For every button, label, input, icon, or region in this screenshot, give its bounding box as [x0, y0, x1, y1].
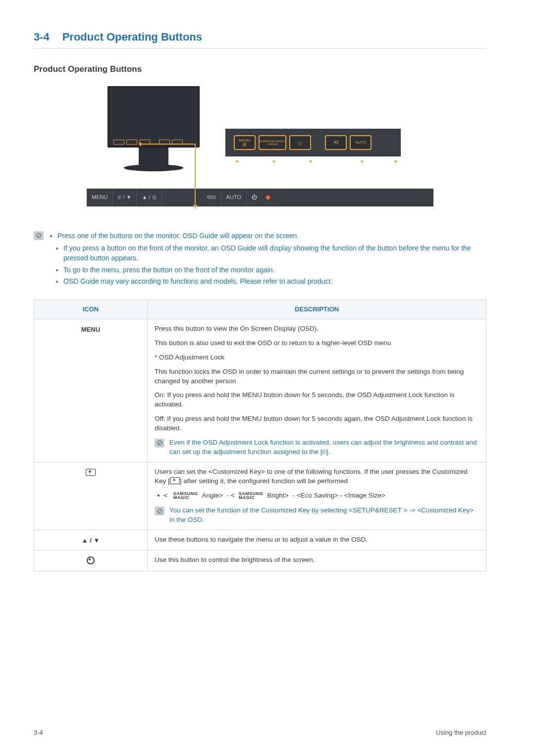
- footer-right: Using the product: [436, 728, 486, 737]
- monitor-illustration: [107, 86, 200, 148]
- button-description-table: ICON DESCRIPTION MENU Press this button …: [34, 300, 486, 571]
- info-bullet-4: OSD Guide may vary according to function…: [63, 277, 486, 287]
- table-header-desc: DESCRIPTION: [148, 300, 486, 319]
- brightness-target-icon: [87, 556, 95, 564]
- footer-left: 3-4: [34, 728, 43, 737]
- osd-btn-source: ⟲: [325, 135, 347, 150]
- icon-cell-nav: /: [34, 530, 148, 551]
- osd-btn-auto-label: AUTO: [355, 141, 366, 145]
- custom-p1: Users can set the <Customized Key> to on…: [155, 467, 479, 486]
- sun-icon: ☼: [297, 139, 304, 146]
- triangle-down-icon: [93, 537, 100, 544]
- nav-desc: Use these buttons to navigate the menu o…: [148, 530, 486, 551]
- table-row: MENU Press this button to view the On Sc…: [34, 319, 486, 462]
- custom-note: You can set the function of the Customiz…: [169, 506, 479, 525]
- menu-note: Even if the OSD Adjustment Lock function…: [169, 438, 479, 457]
- customized-key-icon: [170, 477, 180, 484]
- osd-btn-brightness: ☼: [289, 135, 311, 150]
- info-bullet-2: If you press a button on the front of th…: [63, 244, 486, 263]
- section-header: 3-4 Product Operating Buttons: [34, 30, 486, 49]
- note-icon: [155, 506, 164, 515]
- custom-options: < SAMSUNGMAGIC Angle> - < SAMSUNGMAGIC B…: [158, 491, 479, 501]
- menu-p1: Press this button to view the On Screen …: [155, 324, 479, 334]
- bright-desc: Use this button to control the brightnes…: [148, 551, 486, 571]
- table-row: / Use these buttons to navigate the menu…: [34, 530, 486, 551]
- samsung-magic-logo: SAMSUNGMAGIC: [239, 492, 264, 500]
- info-bullet-1: Press one of the buttons on the monitor.…: [57, 231, 486, 241]
- bar-btn-menu: MENU: [87, 189, 113, 206]
- info-bullet-3: To go to the menu, press the button on t…: [63, 265, 486, 275]
- osd-btn-magic-angle: SAMSUNG MAGIC ANGLE: [259, 135, 286, 150]
- osd-btn-menu: MENU ▥: [234, 135, 256, 150]
- table-header-icon: ICON: [34, 300, 148, 319]
- menu-p6: Off: If you press and hold the MENU butt…: [155, 414, 479, 433]
- triangle-up-icon: [82, 537, 88, 544]
- osd-down-arrows: ▼▼▼ ▼▼: [227, 158, 433, 165]
- note-icon: [155, 439, 164, 448]
- power-led-icon: [266, 196, 270, 200]
- osd-btn-menu-glyph: ▥: [243, 143, 247, 147]
- menu-p4: This function locks the OSD in order to …: [155, 367, 479, 386]
- callout-arrow-icon: [141, 144, 196, 145]
- icon-cell-brightness: [34, 551, 148, 571]
- osd-caption: OSD Guide: [240, 172, 433, 185]
- osd-popup: MENU ▥ SAMSUNG MAGIC ANGLE ☼ ⟲: [225, 129, 401, 156]
- info-note-block: Press one of the buttons on the monitor.…: [34, 231, 486, 289]
- bar-btn-auto: AUTO: [221, 189, 247, 206]
- icon-cell-custom: [34, 462, 148, 530]
- source-icon: ⟲: [333, 140, 338, 146]
- osd-btn-auto: AUTO: [350, 135, 372, 150]
- sub-heading: Product Operating Buttons: [34, 63, 486, 75]
- bar-btn-up: ▲ / ⊙: [137, 189, 161, 206]
- table-row: Use this button to control the brightnes…: [34, 551, 486, 571]
- table-row: Users can set the <Customized Key> to on…: [34, 462, 486, 530]
- callout-arrow-down-icon: [195, 145, 196, 209]
- bar-btn-down: ⎚ / ▼: [113, 189, 137, 206]
- bar-btn-power: ⏻: [247, 189, 262, 206]
- osd-btn-magic-angle-label: SAMSUNG MAGIC ANGLE: [260, 140, 285, 146]
- customized-key-icon: [86, 469, 96, 476]
- note-icon: [34, 231, 44, 240]
- page-footer: 3-4 Using the product: [34, 728, 486, 737]
- bar-btn-source: ⟲/⎚: [202, 189, 221, 206]
- monitor-button-bar: MENU ⎚ / ▼ ▲ / ⊙ ⟲/⎚ AUTO ⏻: [87, 189, 433, 206]
- figure-osd-guide: MENU ▥ SAMSUNG MAGIC ANGLE ☼ ⟲: [87, 86, 433, 206]
- menu-p5: On: If you press and hold the MENU butto…: [155, 391, 479, 409]
- samsung-magic-logo: SAMSUNGMAGIC: [173, 492, 198, 500]
- menu-p3: * OSD Adjustment Lock: [155, 353, 479, 362]
- section-title: Product Operating Buttons: [52, 31, 202, 43]
- icon-cell-menu: MENU: [34, 319, 148, 462]
- section-number: 3-4: [34, 30, 50, 45]
- menu-p2: This button is also used to exit the OSD…: [155, 339, 479, 348]
